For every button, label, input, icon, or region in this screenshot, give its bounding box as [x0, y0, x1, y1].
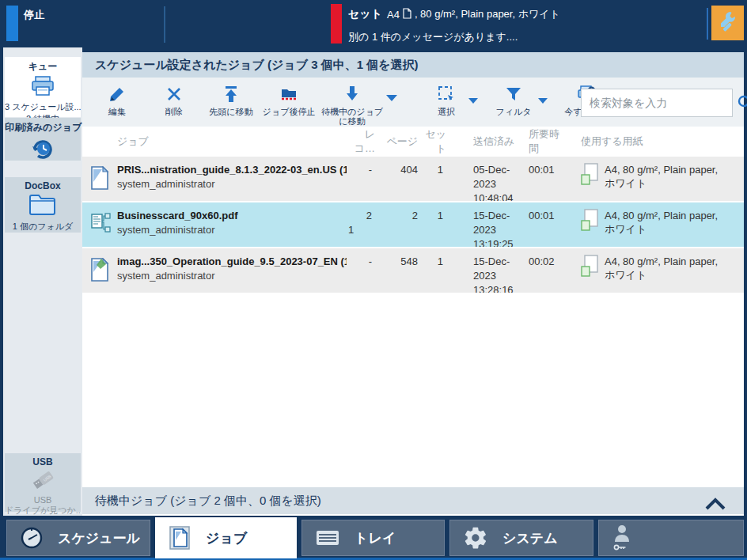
job-owner: system_administrator: [117, 223, 347, 237]
table-row[interactable]: PRIS...nistration_guide_8.1.3_2022-03_en…: [82, 157, 744, 201]
document-icon: [168, 524, 191, 551]
delete-button[interactable]: 削除: [146, 78, 203, 116]
media-sheet-icon: [581, 255, 600, 282]
media-line1: A4, 80 g/m², Plain paper,: [605, 209, 718, 222]
media-line2: ホワイト: [605, 176, 718, 190]
job-sets: 1: [421, 248, 454, 269]
filter-button[interactable]: フィルタ: [489, 78, 538, 116]
printer-status-label: 停止: [24, 8, 44, 22]
pdf-document-icon: [87, 157, 117, 192]
media-sheet-icon: [581, 209, 600, 236]
search-input[interactable]: [582, 96, 736, 109]
docbox-title: DocBox: [5, 180, 81, 191]
edit-button[interactable]: 編集: [89, 78, 146, 116]
more-messages-link[interactable]: 別の 1 件のメッセージがあります....: [348, 30, 518, 44]
waiting-jobs-title: 待機中ジョブ (ジョブ 2 個中、0 個を選択): [95, 494, 321, 507]
delete-x-icon: [166, 85, 182, 104]
more-actions-dropdown[interactable]: [386, 95, 397, 101]
col-header-records: レコ…: [347, 127, 381, 156]
job-media: A4, 80 g/m², Plain paper, ホワイト: [568, 157, 744, 190]
filter-dropdown[interactable]: [538, 98, 548, 104]
printed-jobs-title: 印刷済みのジョブ: [5, 121, 81, 134]
queue-sidebar: キュー 3 スケジュール設... 2 待機中 印刷済みのジョブ: [3, 47, 82, 516]
table-row-selected[interactable]: Businesscard_90x60.pdf system_administra…: [82, 202, 744, 247]
wrench-icon: [718, 9, 738, 36]
media-line1: A4, 80 g/m², Plain paper,: [605, 255, 718, 268]
gear-icon: [463, 525, 488, 551]
col-header-pages: ページ: [381, 134, 421, 149]
col-header-media: 使用する用紙: [568, 134, 744, 149]
job-duration: 00:01: [518, 202, 568, 223]
select-dropdown[interactable]: [468, 98, 478, 104]
col-header-job: ジョブ: [117, 134, 347, 149]
usb-title: USB: [5, 456, 81, 467]
printer-console: 停止 セット A4 , 80 g/m², Plain paper, ホワイト 別…: [0, 0, 747, 560]
tab-trays[interactable]: トレイ: [301, 520, 445, 556]
jobs-table-body: PRIS...nistration_guide_8.1.3_2022-03_en…: [82, 157, 744, 294]
move-to-waiting-label-2: に移動: [339, 116, 365, 126]
job-name: imag...350_Operation_guide_9.5_2023-07_E…: [117, 255, 347, 269]
usb-status-line2: ドライブが見つか...: [5, 505, 81, 516]
job-pages: 548: [381, 248, 421, 269]
sidebar-item-queue[interactable]: キュー 3 スケジュール設... 2 待機中: [5, 57, 81, 117]
delete-label: 削除: [165, 107, 183, 116]
queue-scheduled-count: 3 スケジュール設...: [5, 101, 81, 113]
tab-user-login[interactable]: [598, 520, 744, 556]
tab-schedule[interactable]: スケジュール: [6, 520, 150, 556]
job-media: A4, 80 g/m², Plain paper, ホワイト: [568, 202, 744, 236]
job-records: -: [347, 248, 381, 269]
job-pages: 2: [381, 202, 421, 223]
stop-after-job-icon: [279, 85, 298, 104]
printer-status-indicator: [6, 6, 18, 41]
media-sheet-icon: [581, 163, 600, 190]
select-label: 選択: [438, 107, 455, 116]
sidebar-item-docbox[interactable]: DocBox 1 個のフォルダ: [5, 177, 81, 233]
tab-jobs-label: ジョブ: [206, 529, 247, 547]
search-box: [581, 89, 733, 117]
waiting-jobs-bar[interactable]: 待機中ジョブ (ジョブ 2 個中、0 個を選択): [82, 487, 744, 514]
job-duration: 00:01: [518, 157, 568, 177]
edit-label: 編集: [108, 107, 126, 116]
printer-icon: [5, 76, 81, 100]
select-button[interactable]: 選択: [424, 78, 468, 116]
sidebar-item-usb[interactable]: USB USB USB ドライブが見つか...: [5, 453, 81, 512]
job-owner: system_administrator: [117, 177, 347, 191]
stop-after-job-button[interactable]: ジョブ後停止: [260, 78, 318, 116]
paper-details: , 80 g/m², Plain paper, ホワイト: [415, 7, 560, 21]
select-marquee-icon: [438, 85, 455, 104]
status-bar: 停止 セット A4 , 80 g/m², Plain paper, ホワイト 別…: [0, 0, 747, 47]
tab-schedule-label: スケジュール: [58, 529, 140, 547]
media-line2: ホワイト: [605, 268, 718, 282]
arrow-down-icon: [344, 85, 360, 104]
job-sets: 1: [421, 157, 454, 177]
media-set-message: セット A4 , 80 g/m², Plain paper, ホワイト: [348, 7, 560, 21]
scheduled-jobs-panel: スケジュール設定されたジョブ (ジョブ 3 個中、1 個を選択) 編集 削除 先…: [82, 52, 744, 516]
panel-title: スケジュール設定されたジョブ (ジョブ 3 個中、1 個を選択): [82, 52, 744, 78]
sidebar-item-printed-jobs[interactable]: 印刷済みのジョブ: [5, 118, 81, 161]
job-media: A4, 80 g/m², Plain paper, ホワイト: [568, 248, 744, 282]
user-key-icon: [612, 523, 635, 553]
tab-system[interactable]: システム: [449, 520, 593, 556]
move-to-top-button[interactable]: 先頭に移動: [203, 78, 260, 116]
pdf-edited-document-icon: [87, 248, 117, 284]
move-to-waiting-button[interactable]: 待機中のジョブ に移動: [318, 78, 386, 126]
arrow-up-bar-icon: [223, 85, 239, 104]
job-owner: system_administrator: [117, 269, 347, 283]
jobs-table-header: ジョブ レコ… ページ セット 送信済み 所要時間 使用する用紙: [82, 127, 744, 157]
job-records: 2 1: [347, 202, 381, 237]
tray-icon: [315, 528, 340, 547]
table-row[interactable]: imag...350_Operation_guide_9.5_2023-07_E…: [82, 248, 744, 293]
tab-system-label: システム: [502, 529, 558, 547]
job-submitted: 15-Dec- 2023 13:28:16: [454, 248, 518, 293]
search-icon[interactable]: [736, 93, 747, 112]
alert-indicator: [331, 4, 342, 44]
portrait-page-icon: [403, 8, 411, 21]
col-header-duration: 所要時間: [518, 127, 568, 156]
main-tab-bar: スケジュール ジョブ トレイ: [0, 516, 747, 560]
job-submitted: 15-Dec- 2023 13:19:25: [454, 202, 518, 247]
maintenance-button[interactable]: [711, 6, 744, 40]
filter-funnel-icon: [506, 85, 521, 104]
toolbox-divider: [707, 8, 708, 40]
folder-icon: [5, 194, 81, 219]
tab-jobs[interactable]: ジョブ: [155, 517, 297, 558]
